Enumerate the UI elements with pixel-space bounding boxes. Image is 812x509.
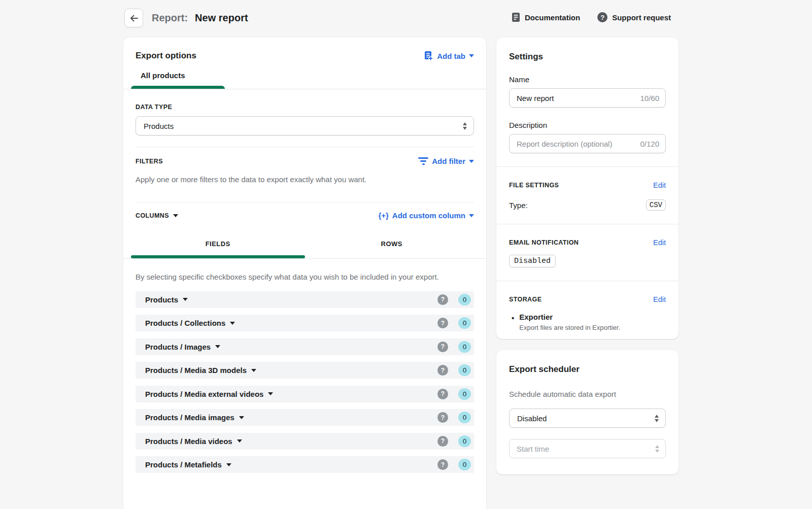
- add-filter-button[interactable]: Add filter: [418, 157, 474, 165]
- chevron-down-icon: [230, 322, 235, 325]
- page-title-label: Report:: [152, 12, 188, 24]
- schedule-mode-select[interactable]: Disabled: [509, 409, 666, 428]
- section-divider: [136, 202, 474, 202]
- settings-title: Settings: [509, 38, 666, 62]
- field-group-count-badge: 0: [458, 435, 471, 447]
- field-group-count-badge: 0: [458, 317, 471, 329]
- field-group-row[interactable]: Products / Collections ? 0: [136, 315, 474, 331]
- start-time-field[interactable]: Start time: [509, 439, 666, 458]
- columns-toggle[interactable]: COLUMNS: [136, 212, 178, 219]
- field-group-row[interactable]: Products / Media external videos ? 0: [136, 386, 474, 402]
- back-button[interactable]: [124, 9, 143, 27]
- add-tab-icon: [423, 51, 433, 61]
- field-group-label: Products / Collections: [145, 319, 225, 327]
- chevron-down-icon: [173, 214, 178, 217]
- columns-label: COLUMNS: [136, 212, 169, 219]
- chevron-down-icon: [183, 298, 188, 301]
- description-placeholder: Report description (optional): [517, 140, 612, 148]
- field-group-row[interactable]: Products / Metafields ? 0: [136, 456, 474, 473]
- field-group-label: Products / Media videos: [145, 437, 232, 446]
- add-tab-button[interactable]: Add tab: [423, 51, 474, 61]
- storage-provider-item: • Exportier Export files are stored in E…: [509, 313, 666, 331]
- export-scheduler-subtitle: Schedule automatic data export: [509, 388, 666, 400]
- storage-edit-link[interactable]: Edit: [653, 295, 666, 303]
- field-group-row[interactable]: Products / Media images ? 0: [136, 409, 474, 426]
- chevron-down-icon: [215, 345, 220, 348]
- export-scheduler-title: Export scheduler: [509, 350, 666, 375]
- tab-rows-label: ROWS: [305, 240, 479, 255]
- tab-rows[interactable]: ROWS: [305, 240, 479, 258]
- field-group-label: Products: [145, 295, 178, 304]
- chevron-down-icon: [237, 439, 242, 443]
- help-icon[interactable]: ?: [437, 294, 448, 305]
- help-icon[interactable]: ?: [437, 459, 448, 470]
- name-label: Name: [509, 75, 666, 84]
- fields-rows-tabs: FIELDS ROWS: [131, 240, 479, 258]
- name-value: New report: [517, 94, 554, 103]
- section-divider: [136, 147, 474, 147]
- help-icon[interactable]: ?: [437, 436, 448, 447]
- chevron-down-icon: [268, 392, 273, 395]
- schedule-mode-value: Disabled: [517, 414, 547, 423]
- select-spinner-icon: [655, 445, 659, 453]
- storage-label: STORAGE: [509, 296, 542, 303]
- section-divider: [496, 224, 679, 224]
- field-group-count-badge: 0: [458, 364, 471, 376]
- description-field[interactable]: Report description (optional) 0/120: [509, 134, 666, 153]
- help-icon[interactable]: ?: [437, 318, 448, 328]
- data-type-value: Products: [144, 122, 174, 130]
- active-subtab-underline: [131, 255, 305, 258]
- tab-all-products[interactable]: All products: [131, 71, 225, 89]
- email-notification-status: Disabled: [509, 255, 556, 267]
- field-group-row[interactable]: Products ? 0: [136, 291, 474, 308]
- chevron-down-icon: [469, 214, 474, 217]
- data-type-label: DATA TYPE: [136, 104, 474, 111]
- add-filter-label: Add filter: [432, 157, 465, 165]
- bullet-icon: •: [512, 313, 514, 331]
- field-group-row[interactable]: Products / Images ? 0: [136, 338, 474, 355]
- name-field[interactable]: New report 10/60: [509, 88, 666, 108]
- support-request-link[interactable]: ? Support request: [597, 12, 671, 22]
- field-group-count-badge: 0: [458, 294, 471, 306]
- chevron-down-icon: [469, 160, 474, 163]
- page-title: New report: [195, 12, 248, 24]
- add-custom-column-label: Add custom column: [392, 211, 465, 220]
- add-tab-label: Add tab: [437, 52, 465, 60]
- add-custom-column-button[interactable]: {+} Add custom column: [378, 211, 474, 220]
- field-group-list: Products ? 0 Products / Collections ? 0 …: [136, 291, 474, 473]
- help-icon[interactable]: ?: [437, 365, 448, 376]
- file-type-value: CSV: [646, 199, 666, 211]
- file-settings-label: FILE SETTINGS: [509, 182, 559, 189]
- field-group-label: Products / Media images: [145, 413, 234, 422]
- field-group-label: Products / Images: [145, 343, 211, 351]
- field-group-count-badge: 0: [458, 459, 471, 470]
- select-spinner-icon: [655, 415, 659, 422]
- brace-plus-icon: {+}: [378, 211, 388, 220]
- storage-provider-name: Exportier: [519, 313, 620, 321]
- documentation-link[interactable]: Documentation: [512, 12, 580, 22]
- name-counter: 10/60: [640, 94, 659, 103]
- file-settings-edit-link[interactable]: Edit: [653, 181, 666, 189]
- section-divider: [496, 281, 679, 281]
- chevron-down-icon: [239, 416, 244, 419]
- report-tabs: All products: [123, 71, 486, 89]
- help-icon[interactable]: ?: [437, 342, 448, 352]
- data-type-select[interactable]: Products: [136, 116, 474, 135]
- help-icon[interactable]: ?: [437, 389, 448, 399]
- field-group-row[interactable]: Products / Media videos ? 0: [136, 433, 474, 450]
- filter-icon: [418, 157, 428, 165]
- field-group-row[interactable]: Products / Media 3D models ? 0: [136, 362, 474, 379]
- support-request-label: Support request: [612, 13, 671, 22]
- tab-fields[interactable]: FIELDS: [131, 240, 305, 258]
- email-notification-edit-link[interactable]: Edit: [653, 239, 666, 247]
- top-bar: Report: New report Documentation ? Suppo…: [0, 0, 812, 38]
- description-label: Description: [509, 121, 666, 129]
- document-icon: [512, 12, 520, 22]
- documentation-label: Documentation: [525, 13, 580, 22]
- help-icon[interactable]: ?: [437, 412, 448, 423]
- field-group-label: Products / Metafields: [145, 460, 222, 469]
- field-group-label: Products / Media external videos: [145, 390, 263, 398]
- chevron-down-icon: [226, 463, 231, 466]
- tab-fields-label: FIELDS: [131, 240, 305, 255]
- select-spinner-icon: [463, 122, 467, 130]
